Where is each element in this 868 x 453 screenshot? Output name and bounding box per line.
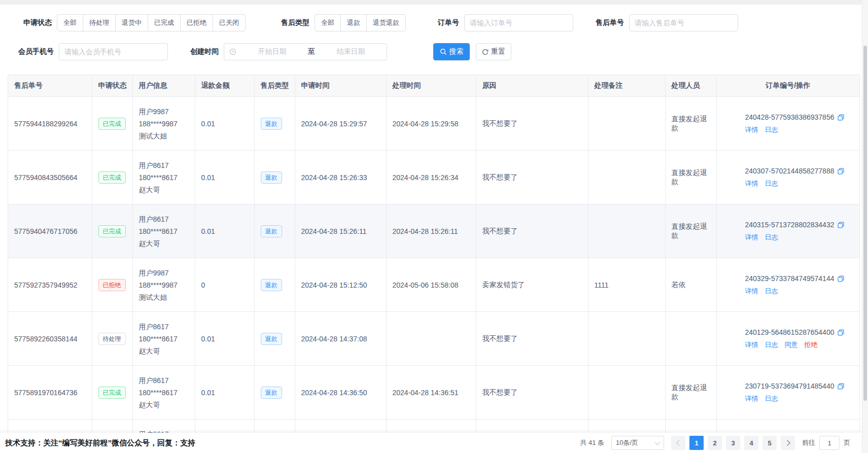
log-link[interactable]: 日志 [765,394,778,403]
cell-handler [665,312,716,366]
copy-icon[interactable] [837,329,845,336]
row-actions: 详情日志 [745,394,854,403]
page-button[interactable]: 5 [762,436,777,450]
cell-order-ops: 240329-5733784749574144详情日志 [716,258,859,312]
cell-apply-time: 2024-04-28 14:36:50 [295,366,386,420]
copy-icon[interactable] [837,114,845,121]
footer-bar: 技术支持：关注“编写美好前程”微信公众号，回复：支持 共 41 条 10条/页 … [0,433,862,453]
pager: 12345 [671,436,795,450]
log-link[interactable]: 日志 [765,179,778,188]
status-tag: 已完成 [98,225,126,237]
user-info-line: 测试大姐 [139,130,189,142]
approve-link[interactable]: 同意 [785,340,798,350]
detail-link[interactable]: 详情 [745,287,758,296]
end-date-input[interactable]: 结束日期 [315,47,387,56]
log-link[interactable]: 日志 [765,125,778,134]
detail-link[interactable]: 详情 [745,125,758,134]
prev-page-button[interactable] [671,436,685,450]
detail-link[interactable]: 详情 [745,394,758,403]
table-header-row: 售后单号申请状态用户信息退款金额售后类型申请时间处理时间原因处理备注处理人员订单… [8,75,859,97]
column-header: 申请状态 [92,75,132,97]
log-link[interactable]: 日志 [765,233,778,242]
type-option-button[interactable]: 全部 [315,14,341,31]
cell-type: 退款 [254,204,295,258]
column-header: 处理人员 [665,75,716,97]
cell-order-ops: 240307-5702144858277888详情日志 [716,151,859,204]
next-page-button[interactable] [781,436,795,450]
created-time-filter: 创建时间 开始日期 至 结束日期 [190,43,387,60]
user-info-line: 赵大哥 [139,237,189,250]
row-actions: 详情日志 [745,233,854,242]
column-header: 订单编号/操作 [716,75,859,97]
status-option-button[interactable]: 已拒绝 [180,14,213,31]
page-button[interactable]: 4 [744,436,758,450]
cell-handle-time [386,312,476,366]
page-button[interactable]: 2 [708,436,722,450]
scrollbar-thumb[interactable] [863,46,867,401]
copy-icon[interactable] [837,221,845,229]
type-tag: 退款 [261,118,282,130]
date-range-picker[interactable]: 开始日期 至 结束日期 [224,43,387,60]
order-no-input[interactable] [464,14,573,31]
search-button[interactable]: 搜索 [433,43,470,60]
order-no-line: 230719-5373694791485440 [745,382,854,390]
goto-unit: 页 [844,438,850,447]
cell-type: 退款 [254,312,295,366]
cell-remark [588,204,665,258]
status-option-button[interactable]: 全部 [57,14,83,31]
log-link[interactable]: 日志 [765,340,778,350]
phone-label: 会员手机号 [18,47,54,56]
user-info-line: 用户8617 [139,159,189,171]
page-button[interactable]: 1 [689,436,704,450]
cell-aftersale-no: 5775891970164736 [8,366,92,420]
order-no: 240428-5775938386937856 [745,113,835,121]
status-option-button[interactable]: 已关闭 [213,14,246,31]
order-no-label: 订单号 [438,18,459,27]
detail-link[interactable]: 详情 [745,340,758,350]
copy-icon[interactable] [837,167,845,175]
row-actions: 详情日志 [745,287,854,296]
copy-icon[interactable] [837,382,845,390]
cell-refund-amount: 0.01 [195,151,254,204]
status-option-button[interactable]: 已完成 [148,14,181,31]
reject-link[interactable]: 拒绝 [805,340,818,350]
detail-link[interactable]: 详情 [745,233,758,242]
cell-order-ops: 240129-5648615287654400详情日志同意拒绝 [716,312,859,366]
vertical-scrollbar[interactable] [862,0,868,453]
status-option-button[interactable]: 待处理 [83,14,116,31]
status-option-button[interactable]: 退货中 [115,14,148,31]
type-option-button[interactable]: 退款 [340,14,367,31]
detail-link[interactable]: 详情 [745,179,758,188]
user-info-line: 赵大哥 [139,184,189,196]
page-size-select[interactable]: 10条/页 [611,436,664,450]
phone-filter: 会员手机号 [18,43,168,60]
cell-refund-amount: 0 [195,258,254,312]
cell-refund-amount: 0.01 [195,97,254,151]
type-option-button[interactable]: 退货退款 [366,14,406,31]
user-info-line: 180****8617 [139,387,189,399]
user-info-line: 188****9987 [139,118,189,130]
service-no-input[interactable] [629,14,738,31]
type-filter: 售后类型 全部退款退货退款 [281,14,406,31]
cell-type: 退款 [254,151,295,204]
column-header: 退款金额 [195,75,254,97]
status-tag: 已完成 [98,171,126,184]
cell-apply-time: 2024-04-28 15:26:11 [295,204,386,258]
order-no-line: 240129-5648615287654400 [745,328,854,336]
cell-handler: 直接发起退款 [665,366,716,420]
reset-button[interactable]: 重置 [476,43,511,60]
page-button[interactable]: 3 [726,436,740,450]
goto-page-input[interactable] [819,436,840,450]
status-tag: 已完成 [98,387,126,399]
filter-row-1: 申请状态 全部待处理退货中已完成已拒绝已关闭 售后类型 全部退款退货退款 订单号… [0,14,868,31]
cell-apply-time: 2024-04-28 15:29:57 [295,97,386,151]
start-date-input[interactable]: 开始日期 [236,47,308,56]
type-tag: 退款 [261,171,282,184]
log-link[interactable]: 日志 [765,287,778,296]
type-tag: 退款 [261,279,282,291]
phone-input[interactable] [59,43,168,60]
copy-icon[interactable] [837,275,845,283]
created-time-label: 创建时间 [190,47,219,56]
column-header: 原因 [476,75,588,97]
table-row: 5775892260358144待处理用户8617180****8617赵大哥0… [8,312,859,366]
